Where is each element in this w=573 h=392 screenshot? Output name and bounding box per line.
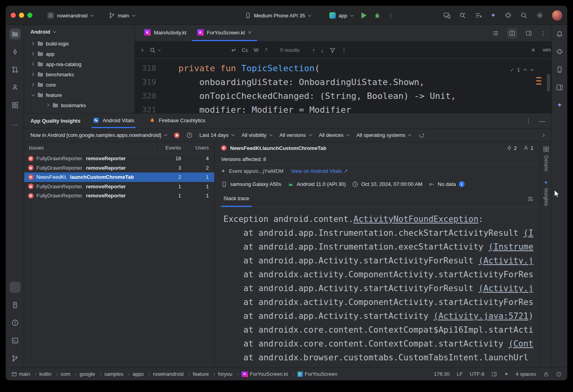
visibility-dropdown[interactable]: All visibility — [242, 132, 273, 138]
scroll-filters-right-icon[interactable] — [542, 133, 545, 137]
breadcrumb-item[interactable]: nowinandroid — [153, 371, 193, 377]
device-manager-tool-icon[interactable] — [554, 64, 565, 75]
tab-insights-vertical[interactable]: Insights — [543, 188, 549, 206]
ai-status-icon[interactable]: ✦ — [504, 371, 509, 377]
time-filter-icon[interactable] — [186, 132, 193, 138]
issue-row[interactable]: FullyDrawnReporter.removeReporter 3 2 — [24, 163, 214, 173]
search-more-options-icon[interactable]: ⋮ — [341, 47, 347, 53]
refresh-icon[interactable] — [418, 132, 425, 138]
tree-item-app-nia-catalog[interactable]: app-nia-catalog — [24, 59, 134, 69]
gradle-tool-icon[interactable] — [554, 46, 565, 57]
whole-words-toggle[interactable]: W — [253, 47, 258, 53]
stack-link[interactable]: ActivityNotFoundException — [354, 214, 478, 224]
structure-updates-icon[interactable] — [475, 12, 482, 19]
soft-wrap-icon[interactable] — [527, 196, 533, 202]
next-problem-icon[interactable] — [530, 68, 533, 72]
run-configuration-selector[interactable]: app — [329, 12, 354, 19]
issue-row[interactable]: FullyDrawnReporter.removeReporter 1 1 — [24, 191, 214, 201]
tree-item-bookmarks[interactable]: bookmarks — [24, 100, 134, 110]
debug-button[interactable] — [374, 12, 381, 19]
project-selector[interactable]: nowinandroid — [44, 10, 97, 21]
run-button[interactable] — [361, 12, 367, 19]
time-range-dropdown[interactable]: Last 14 days — [199, 132, 235, 138]
issue-row[interactable]: FullyDrawnReporter.removeReporter 1 1 — [24, 182, 214, 191]
stack-link[interactable]: (I — [524, 228, 533, 238]
project-view-selector[interactable]: Android — [24, 25, 134, 38]
problems-tool-icon[interactable] — [9, 317, 21, 328]
column-selection-icon[interactable] — [492, 371, 497, 377]
commit-tool-icon[interactable] — [9, 46, 21, 57]
tree-item-feature[interactable]: feature — [24, 90, 134, 100]
hide-panel-icon[interactable]: — — [539, 118, 545, 124]
issue-row-selected[interactable]: NewsFeedKt.launchCustomChromeTab 2 1 — [24, 172, 214, 182]
editor-more-icon[interactable]: ⋮ — [540, 30, 546, 36]
editor-layout-icon[interactable] — [524, 28, 534, 38]
resource-manager-tool-icon[interactable] — [9, 100, 21, 111]
close-tab-icon[interactable]: × — [248, 30, 251, 35]
caret-position[interactable]: 176:30 — [434, 371, 450, 377]
info-icon[interactable]: i — [459, 181, 465, 187]
split-editor-icon[interactable] — [507, 28, 517, 38]
lock-icon[interactable] — [543, 371, 549, 377]
stack-link[interactable]: (Activity.j — [478, 256, 533, 265]
stack-link[interactable]: (Activity.java:5721 — [433, 311, 528, 321]
operating-systems-dropdown[interactable]: All operating systems — [356, 132, 412, 138]
editor-scrollbar[interactable] — [547, 74, 550, 91]
next-occurrence-icon[interactable]: ↓ — [321, 47, 324, 53]
running-devices-icon[interactable] — [443, 12, 450, 19]
tab-firebase-crashlytics[interactable]: Firebase Crashlytics — [148, 114, 207, 128]
breadcrumb-item[interactable]: google — [79, 371, 104, 377]
pull-requests-tool-icon[interactable] — [9, 64, 21, 75]
column-users[interactable]: Users — [183, 144, 214, 151]
fatal-severity-filter-icon[interactable] — [174, 133, 180, 138]
project-tool-icon[interactable] — [9, 28, 21, 40]
breadcrumb-item-file[interactable]: KForYouScreen.kt — [242, 371, 297, 377]
column-events[interactable]: Events — [154, 144, 183, 151]
file-encoding[interactable]: UTF-8 — [470, 371, 484, 377]
tree-item-build-logic[interactable]: build-logic — [24, 38, 134, 49]
indent-setting[interactable]: 4 spaces — [516, 371, 536, 377]
regex-toggle[interactable]: .* — [264, 47, 268, 53]
view-on-android-vitals-link[interactable]: View on Android Vitals ↗ — [291, 168, 348, 174]
breadcrumb-item[interactable]: com — [61, 371, 79, 377]
status-indicator-icon[interactable] — [556, 371, 562, 377]
settings-gear-icon[interactable] — [536, 12, 543, 19]
filter-search-icon[interactable] — [329, 47, 336, 53]
more-tool-windows-icon[interactable]: … — [9, 117, 21, 129]
match-case-toggle[interactable]: Cc — [242, 47, 248, 53]
stack-link[interactable]: (Activity.j — [478, 284, 533, 293]
breadcrumb-item[interactable]: kotlin — [40, 371, 61, 377]
more-run-options-icon[interactable]: ⋮ — [388, 13, 394, 19]
panel-options-icon[interactable]: ⋮ — [526, 118, 531, 124]
app-quality-insights-tool-icon[interactable] — [9, 282, 21, 293]
line-number[interactable]: 319 — [135, 75, 156, 89]
column-issues[interactable]: Issues — [24, 145, 154, 151]
devices-dropdown[interactable]: All devices — [319, 132, 350, 138]
previous-occurrence-icon[interactable]: ↑ — [312, 47, 316, 53]
tab-foryouscreen[interactable]: K ForYouScreen.kt × — [192, 25, 257, 41]
search-everywhere-icon[interactable] — [520, 12, 528, 19]
branch-selector[interactable]: main — [106, 10, 138, 21]
search-newline-icon[interactable]: ↵ — [231, 47, 236, 53]
breadcrumb-item[interactable]: samples — [104, 371, 133, 377]
tree-item-benchmarks[interactable]: benchmarks — [24, 69, 134, 80]
close-window-button[interactable] — [11, 13, 16, 18]
close-search-icon[interactable]: × — [531, 47, 535, 53]
breadcrumb-item[interactable]: main — [11, 371, 40, 377]
logcat-tool-icon[interactable] — [9, 299, 21, 311]
tab-details-vertical[interactable]: Details — [543, 155, 549, 171]
versions-dropdown[interactable]: All versions — [280, 132, 312, 138]
app-filter-dropdown[interactable]: Now in Android [com.google.samples.apps.… — [30, 132, 167, 138]
layout-inspector-tool-icon[interactable] — [554, 82, 565, 93]
breadcrumb-item[interactable]: apps — [132, 371, 153, 377]
previous-problem-icon[interactable] — [523, 68, 527, 72]
tree-item-core[interactable]: core — [24, 80, 134, 90]
search-input[interactable] — [166, 47, 226, 53]
code-editor[interactable]: 318 private fun TopicSelection( 319 onbo… — [135, 59, 552, 113]
inspections-widget[interactable]: ✓ 1 — [511, 63, 533, 77]
plugins-icon[interactable] — [505, 12, 512, 19]
line-number[interactable]: 320 — [135, 89, 156, 103]
line-separator[interactable]: LF — [457, 371, 463, 377]
structure-tool-icon[interactable] — [9, 82, 21, 93]
terminal-tool-icon[interactable] — [9, 335, 21, 346]
